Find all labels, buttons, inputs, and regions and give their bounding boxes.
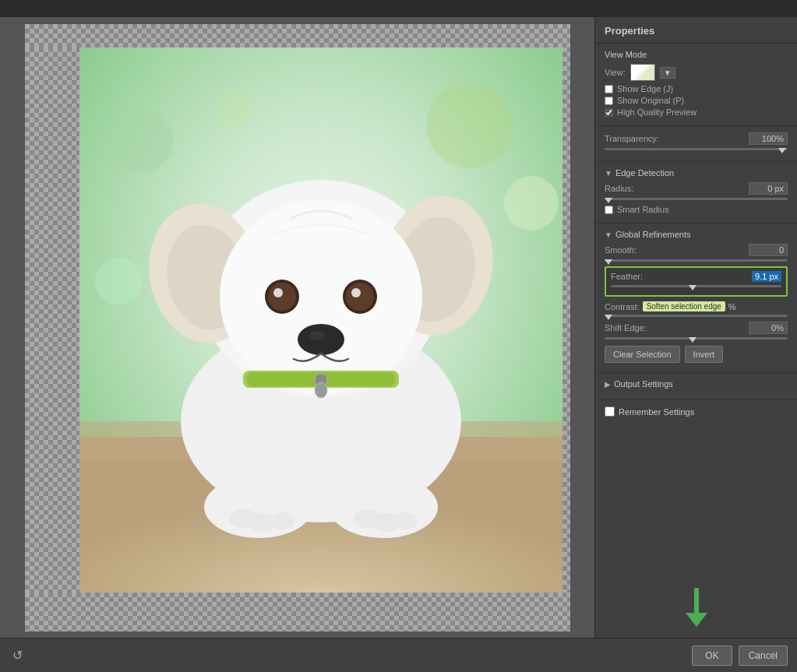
feather-value[interactable]: 9.1 px [752, 271, 781, 282]
show-edge-label: Show Edge (J) [617, 84, 673, 93]
feather-label: Feather: [611, 272, 643, 281]
reset-icon[interactable]: ↺ [12, 648, 23, 663]
arrow-area [595, 423, 797, 638]
bottom-bar: ↺ OK Cancel [0, 638, 797, 672]
smooth-slider-track[interactable] [605, 259, 788, 262]
svg-point-31 [270, 512, 294, 530]
svg-point-1 [111, 110, 173, 172]
canvas-area [0, 17, 594, 638]
checker-top [25, 24, 570, 47]
feather-box: Feather: 9.1 px [605, 266, 788, 297]
contrast-slider-row [605, 315, 788, 317]
invert-button[interactable]: Invert [685, 346, 724, 363]
svg-point-17 [268, 283, 296, 311]
contrast-tooltip: Soften selection edge [643, 301, 725, 311]
feather-slider-track[interactable] [611, 285, 781, 287]
view-mode-section: View Mode View: ▼ Show Edge (J) Show Ori… [595, 44, 797, 126]
radius-row: Radius: [605, 182, 788, 195]
output-settings-section: ▶ Output Settings [595, 373, 797, 400]
shift-edge-slider-track[interactable] [605, 337, 788, 340]
edge-detection-section: ▼ Edge Detection Radius: Smart Radius [595, 162, 797, 223]
shift-edge-slider-handle[interactable] [689, 337, 696, 343]
show-original-label: Show Original (P) [617, 96, 684, 105]
smooth-row: Smooth: [605, 244, 788, 256]
contrast-row: Contrast: Soften selection edge % [605, 301, 788, 311]
feather-slider-handle[interactable] [689, 285, 696, 290]
clear-selection-button[interactable]: Clear Selection [605, 346, 680, 363]
svg-rect-35 [694, 588, 699, 613]
global-refinements-toggle[interactable]: ▼ [605, 230, 612, 239]
edge-detection-header: ▼ Edge Detection [605, 168, 788, 178]
checker-bottom [25, 593, 570, 632]
global-refinements-label: Global Refinements [615, 230, 691, 239]
output-settings-label: Output Settings [614, 379, 673, 389]
view-mode-label: View Mode [605, 50, 647, 59]
smart-radius-checkbox[interactable] [605, 206, 613, 214]
photo-container [79, 47, 562, 593]
main-area: Properties View Mode View: ▼ Show Edge (… [0, 17, 797, 638]
svg-marker-36 [686, 613, 707, 627]
view-mode-header: View Mode [605, 50, 788, 59]
remember-settings-label: Remember Settings [619, 407, 694, 417]
edge-detection-toggle[interactable]: ▼ [605, 169, 612, 178]
show-edge-row: Show Edge (J) [605, 84, 788, 93]
transparency-input[interactable] [749, 132, 788, 145]
svg-point-5 [95, 258, 142, 304]
show-original-checkbox[interactable] [605, 97, 613, 105]
shift-edge-row: Shift Edge: [605, 322, 788, 334]
svg-point-3 [426, 83, 512, 168]
smooth-label: Smooth: [605, 245, 637, 255]
radius-label: Radius: [605, 184, 633, 193]
right-panel: Properties View Mode View: ▼ Show Edge (… [594, 17, 797, 638]
transparency-slider-handle[interactable] [778, 148, 786, 153]
feather-slider-row [611, 285, 781, 287]
svg-point-4 [504, 176, 559, 230]
ok-arrow-indicator [686, 588, 707, 628]
shift-edge-input[interactable] [749, 322, 788, 334]
transparency-label: Transparency: [605, 134, 659, 143]
top-bar [0, 0, 797, 17]
svg-point-34 [393, 512, 418, 530]
svg-point-18 [346, 283, 374, 311]
svg-point-14 [220, 199, 422, 394]
global-refinements-section: ▼ Global Refinements Smooth: Feather: 9.… [595, 223, 797, 373]
radius-slider-track[interactable] [605, 198, 788, 200]
contrast-slider-track[interactable] [605, 315, 788, 317]
radius-input[interactable] [749, 182, 788, 195]
svg-point-2 [216, 90, 255, 129]
smart-radius-row: Smart Radius [605, 205, 788, 214]
view-thumbnail [630, 64, 655, 81]
show-original-row: Show Original (P) [605, 96, 788, 105]
radius-slider-handle[interactable] [605, 198, 612, 203]
transparency-row: Transparency: [605, 132, 788, 145]
remember-settings-checkbox[interactable] [605, 406, 615, 417]
transparency-slider-track[interactable] [605, 148, 788, 150]
action-buttons-row: Clear Selection Invert [605, 346, 788, 363]
canvas-wrapper [25, 24, 570, 632]
smooth-input[interactable] [749, 244, 788, 256]
shift-edge-slider-row [605, 337, 788, 340]
view-mode-row: View: ▼ [605, 64, 788, 81]
smooth-slider-handle[interactable] [605, 259, 612, 265]
high-quality-label: High Quality Preview [617, 107, 696, 117]
svg-point-19 [273, 288, 283, 297]
global-refinements-header: ▼ Global Refinements [605, 230, 788, 239]
checker-right [562, 47, 570, 593]
ok-button[interactable]: OK [692, 646, 732, 666]
svg-point-22 [309, 331, 325, 340]
remember-settings-row: Remember Settings [595, 400, 797, 423]
edge-detection-label: Edge Detection [615, 168, 674, 178]
feather-row: Feather: 9.1 px [611, 271, 781, 282]
cancel-button[interactable]: Cancel [739, 646, 788, 666]
show-edge-checkbox[interactable] [605, 85, 613, 93]
output-settings-toggle[interactable]: ▶ [605, 380, 611, 389]
dog-image [79, 47, 562, 593]
svg-point-20 [351, 288, 361, 297]
view-dropdown-button[interactable]: ▼ [660, 67, 675, 79]
panel-title: Properties [595, 17, 797, 44]
contrast-slider-handle[interactable] [605, 315, 612, 320]
smart-radius-label: Smart Radius [617, 205, 669, 214]
contrast-value: % [728, 302, 736, 311]
shift-edge-label: Shift Edge: [605, 323, 647, 332]
high-quality-checkbox[interactable] [605, 108, 613, 117]
